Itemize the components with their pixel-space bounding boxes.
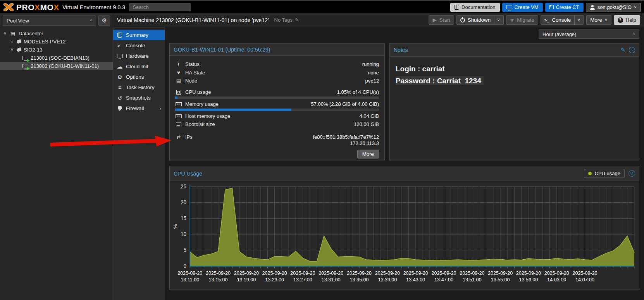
svg-text:5: 5 xyxy=(184,247,187,253)
search-input[interactable] xyxy=(129,3,191,11)
notes-content: Login : carriat Password : Carriat_1234 xyxy=(390,57,639,93)
tab-task-history[interactable]: ≡ Task History xyxy=(113,82,165,93)
book-icon xyxy=(455,5,459,10)
tab-options[interactable]: ⚙ Options xyxy=(113,72,165,82)
chevron-down-icon: ˅ xyxy=(90,18,92,23)
chevron-down-icon: ˅ xyxy=(633,32,635,36)
svg-text:13:59:00: 13:59:00 xyxy=(519,277,538,283)
notes-panel: Notes ✎ › Login : carriat Password : Car… xyxy=(389,43,639,160)
caret-right-icon[interactable]: › xyxy=(10,39,14,45)
vm-running-icon xyxy=(22,56,28,60)
cloud-icon: ☁ xyxy=(117,63,123,70)
shutdown-button[interactable]: Shutdown ˅ xyxy=(456,15,504,25)
tree-item-datacenter[interactable]: ˅ ▤ Datacenter xyxy=(0,29,113,38)
console-dropdown[interactable]: ˅ xyxy=(574,16,580,24)
tab-console[interactable]: >_ Console xyxy=(113,40,165,51)
tab-hardware[interactable]: Hardware xyxy=(113,51,165,61)
create-vm-button[interactable]: Create VM xyxy=(502,3,543,12)
pencil-icon: ✎ xyxy=(295,17,299,23)
help-button[interactable]: ? Help xyxy=(614,15,640,25)
resource-tree-sidebar: Pool View ˅ ⚙ ˅ ▤ Datacenter › MODELES-P… xyxy=(0,13,113,300)
tree-item-vm-213002[interactable]: 213002 (GOKU-B1-WIN11-01) xyxy=(0,62,113,70)
svg-text:2025-09-20: 2025-09-20 xyxy=(206,270,231,276)
svg-text:10: 10 xyxy=(181,231,186,237)
status-panel: GOKU-B1-WIN11-01 (Uptime: 00:56:29) iSta… xyxy=(169,43,385,160)
tag-icon xyxy=(16,47,22,53)
tab-firewall[interactable]: Firewall › xyxy=(113,103,165,114)
proxmox-logo-icon xyxy=(3,3,14,11)
cube-icon xyxy=(549,5,554,9)
status-row-status: iStatus running xyxy=(175,60,379,68)
svg-text:13:19:00: 13:19:00 xyxy=(237,277,256,283)
shutdown-dropdown[interactable]: ˅ xyxy=(494,16,500,24)
power-icon xyxy=(460,18,465,22)
svg-text:2025-09-20: 2025-09-20 xyxy=(544,270,569,276)
tree-settings-button[interactable]: ⚙ xyxy=(98,16,110,26)
heart-icon: ♥ xyxy=(175,69,182,76)
svg-text:%: % xyxy=(172,224,178,229)
svg-text:13:55:00: 13:55:00 xyxy=(491,277,510,283)
proxmox-wordmark: PROXMOX xyxy=(16,3,59,12)
console-button[interactable]: >_ Console ˅ xyxy=(541,15,584,25)
edit-notes-icon[interactable]: ✎ xyxy=(620,47,625,53)
user-menu-button[interactable]: son.goku@SIO ˅ xyxy=(586,3,641,12)
topbar-actions: Documentation Create VM Create CT son.go… xyxy=(450,3,641,12)
create-ct-button[interactable]: Create CT xyxy=(545,3,584,12)
svg-text:13:15:00: 13:15:00 xyxy=(209,277,228,283)
chevron-down-icon: ˅ xyxy=(605,18,608,22)
vm-header-bar: Virtual Machine 213002 (GOKU-B1-WIN11-01… xyxy=(113,13,644,27)
svg-text:2025-09-20: 2025-09-20 xyxy=(572,270,597,276)
monitor-icon xyxy=(506,5,512,9)
svg-text:2025-09-20: 2025-09-20 xyxy=(234,270,259,276)
tree-item-vm-213001[interactable]: 213001 (SOG-DEBIAN13) xyxy=(0,54,113,62)
svg-text:14:03:00: 14:03:00 xyxy=(547,277,566,283)
expand-notes-icon[interactable]: › xyxy=(629,47,635,53)
status-panel-title: GOKU-B1-WIN11-01 (Uptime: 00:56:29) xyxy=(174,47,270,53)
migrate-button[interactable]: ➤ Migrate xyxy=(506,15,538,25)
more-button[interactable]: More ˅ xyxy=(586,15,611,25)
cpu-usage-chart[interactable]: 05101520252025-09-2013:11:002025-09-2013… xyxy=(170,181,639,290)
history-icon: ↺ xyxy=(117,95,123,101)
book-icon xyxy=(117,33,122,38)
proxmox-brand: PROXMOX Virtual Environment 9.0.3 xyxy=(3,3,125,12)
svg-text:13:43:00: 13:43:00 xyxy=(406,277,425,283)
user-icon xyxy=(590,5,595,10)
tags-editor[interactable]: No Tags ✎ xyxy=(274,17,299,23)
start-button[interactable]: ▶ Start xyxy=(429,15,454,25)
chevron-down-icon: ˅ xyxy=(577,18,580,22)
caret-down-icon[interactable]: ˅ xyxy=(10,47,14,53)
info-icon: i xyxy=(175,61,182,67)
notes-title: Notes xyxy=(394,47,408,53)
notes-password-line: Password : Carriat_1234 xyxy=(396,76,484,85)
top-bar: PROXMOX Virtual Environment 9.0.3 Docume… xyxy=(0,1,644,13)
svg-text:13:11:00: 13:11:00 xyxy=(181,277,199,283)
legend-dot xyxy=(588,172,592,175)
terminal-icon: >_ xyxy=(544,18,549,22)
version-label: Virtual Environment 9.0.3 xyxy=(62,4,126,10)
status-row-ips: ⇄IPs fe80::f501:38b5:fafa:f7e7%12 172.20… xyxy=(175,133,379,148)
more-ips-button[interactable]: More xyxy=(357,150,379,159)
tab-summary[interactable]: Summary xyxy=(113,30,165,40)
tab-snapshots[interactable]: ↺ Snapshots xyxy=(113,93,165,103)
sidebar-toolbar: Pool View ˅ ⚙ xyxy=(0,13,113,28)
svg-text:2025-09-20: 2025-09-20 xyxy=(488,270,513,276)
svg-text:14:07:00: 14:07:00 xyxy=(575,277,594,283)
graph-period-select[interactable]: Hour (average) ˅ xyxy=(539,29,639,39)
status-row-ha: ♥HA State none xyxy=(175,68,379,77)
tree-item-sio2-13[interactable]: ˅ SIO2-13 xyxy=(0,46,113,54)
undo-zoom-icon[interactable]: ↺ xyxy=(629,170,635,177)
view-mode-select[interactable]: Pool View ˅ xyxy=(3,16,96,26)
server-icon: ▤ xyxy=(9,31,16,36)
chevron-down-icon: ˅ xyxy=(497,18,500,22)
play-icon: ▶ xyxy=(432,17,436,23)
harddisk-icon xyxy=(176,122,181,126)
tag-icon xyxy=(16,39,22,45)
status-row-bootdisk: Bootdisk size 120.00 GiB xyxy=(175,120,379,128)
documentation-button[interactable]: Documentation xyxy=(450,3,499,12)
legend-cpu-usage[interactable]: CPU usage xyxy=(584,169,625,178)
tab-cloud-init[interactable]: ☁ Cloud-Init xyxy=(113,61,165,72)
gear-icon: ⚙ xyxy=(117,74,123,80)
tree-item-modeles-pve12[interactable]: › MODELES-PVE12 xyxy=(0,38,113,46)
caret-down-icon[interactable]: ˅ xyxy=(3,31,7,36)
terminal-icon: >_ xyxy=(117,43,123,48)
